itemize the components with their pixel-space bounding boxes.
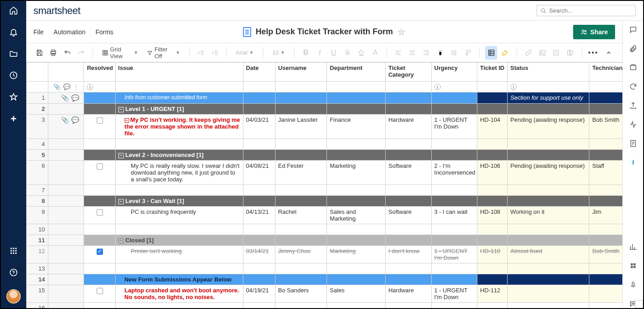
collapse-toolbar-icon[interactable] [603, 46, 615, 60]
table-row[interactable]: 15 Laptop crashed and won't boot anymore… [27, 285, 623, 303]
table-row[interactable]: 7 [27, 185, 623, 196]
indent-icon[interactable] [209, 46, 221, 60]
collapse-icon[interactable]: − [118, 107, 124, 112]
share-button[interactable]: Share [573, 25, 615, 39]
search-box[interactable] [537, 5, 636, 16]
collapse-icon[interactable]: − [118, 199, 124, 204]
align-left-icon[interactable] [392, 46, 405, 60]
favorite-star-icon[interactable]: ☆ [397, 27, 406, 37]
table-row[interactable]: 13 [27, 263, 623, 274]
redo-icon[interactable] [75, 46, 87, 60]
chart-panel-icon[interactable] [629, 242, 638, 251]
col-ticketid[interactable]: Ticket ID [477, 63, 508, 82]
resolved-checkbox[interactable] [97, 288, 103, 294]
comment-icon[interactable]: 💬 [71, 94, 79, 101]
filter-button[interactable]: Filter Off▼ [144, 46, 184, 60]
col-department[interactable]: Department [327, 63, 386, 82]
sheet-grid[interactable]: Resolved Issue Date Username Department … [26, 62, 622, 308]
format-icon[interactable] [462, 46, 474, 60]
table-row[interactable]: 6 My PC is really really slow. I swear I… [27, 161, 623, 185]
add-icon[interactable] [9, 114, 19, 124]
activity-log-icon[interactable] [629, 120, 638, 129]
col-status[interactable]: Status [508, 63, 589, 82]
brandfolder-icon[interactable] [629, 158, 638, 167]
col-category[interactable]: Ticket Category [385, 63, 431, 82]
help-icon[interactable] [9, 267, 19, 277]
collapse-icon[interactable]: − [125, 118, 129, 123]
valign-top-icon[interactable] [434, 46, 446, 60]
summary-icon[interactable] [629, 139, 638, 148]
dropdown-col-icon[interactable] [550, 46, 562, 60]
outdent-icon[interactable] [195, 46, 207, 60]
folder-icon[interactable] [9, 49, 19, 59]
collapse-icon[interactable]: − [118, 238, 124, 244]
workapps-icon[interactable] [629, 261, 638, 270]
symbols-icon[interactable] [564, 46, 576, 60]
menu-forms[interactable]: Forms [95, 28, 113, 36]
highlight-icon[interactable] [499, 46, 511, 60]
table-row[interactable]: 16 [27, 303, 623, 309]
resolved-checkbox[interactable] [97, 117, 103, 124]
group-level2[interactable]: 5 −Level 2 - Inconvenienced [1] [27, 150, 623, 161]
strike-icon[interactable]: S [341, 46, 354, 60]
table-row[interactable]: 9 PC is crashing frequently 04/13/21Rach… [27, 207, 623, 224]
info-icon[interactable]: i [510, 84, 517, 90]
menu-automation[interactable]: Automation [54, 28, 86, 36]
save-icon[interactable] [33, 46, 46, 60]
col-issue[interactable]: Issue [115, 63, 243, 82]
more-icon[interactable]: ••• [587, 46, 599, 60]
section-header-info[interactable]: 1 📎💬 Info from customer-submitted form S… [27, 92, 623, 104]
home-icon[interactable] [9, 5, 19, 15]
resolved-checkbox[interactable] [97, 209, 103, 216]
info-icon[interactable]: i [434, 84, 441, 90]
undo-icon[interactable] [61, 46, 73, 60]
section-new-submissions[interactable]: 14 New Form Submissions Appear Below [27, 274, 623, 285]
image-icon[interactable] [536, 46, 548, 60]
apps-icon[interactable] [9, 246, 19, 256]
view-selector[interactable]: Grid View▼ [98, 46, 142, 60]
attachment-icon[interactable]: 📎 [61, 116, 69, 124]
fullscreen-icon[interactable] [635, 300, 643, 308]
underline-icon[interactable]: U [327, 46, 340, 60]
table-row[interactable]: 4 [27, 139, 623, 150]
notifications-icon[interactable] [9, 27, 19, 37]
col-technician[interactable]: Technician [589, 63, 622, 82]
menu-file[interactable]: File [33, 28, 44, 36]
group-level3[interactable]: 8 −Level 3 - Can Wait [1] [27, 196, 623, 207]
wrap-icon[interactable] [448, 46, 460, 60]
link-icon[interactable] [523, 46, 535, 60]
group-closed[interactable]: 11 −Closed [1] [27, 235, 623, 246]
favorites-icon[interactable] [9, 92, 19, 102]
collapse-icon[interactable]: − [118, 153, 124, 158]
info-icon[interactable]: i [87, 84, 93, 90]
align-right-icon[interactable] [420, 46, 433, 60]
col-username[interactable]: Username [275, 63, 327, 82]
resolved-checkbox[interactable] [97, 163, 103, 170]
attachment-icon[interactable]: 📎 [61, 94, 69, 101]
font-selector[interactable]: Arial▼ [232, 46, 257, 60]
recents-icon[interactable] [9, 70, 19, 80]
italic-icon[interactable]: I [314, 46, 326, 60]
group-level1[interactable]: 2 −Level 1 - URGENT [1] [27, 104, 623, 115]
publish-icon[interactable] [629, 101, 638, 110]
resolved-checkbox[interactable] [97, 249, 103, 255]
col-urgency[interactable]: Urgency [431, 63, 477, 82]
col-date[interactable]: Date [243, 63, 275, 82]
proof-panel-icon[interactable] [629, 63, 638, 72]
table-row[interactable]: 10 [27, 224, 623, 235]
text-color-icon[interactable]: A [369, 46, 381, 60]
update-requests-icon[interactable] [629, 82, 638, 91]
align-center-icon[interactable] [406, 46, 419, 60]
comment-icon[interactable]: 💬 [71, 116, 79, 124]
comments-panel-icon[interactable] [629, 25, 638, 34]
table-row[interactable]: 12 Printer isn't working 03/14/21Jimmy C… [27, 246, 623, 263]
col-resolved[interactable]: Resolved [84, 63, 115, 82]
conditional-format-icon[interactable] [485, 46, 497, 60]
print-icon[interactable] [47, 46, 60, 60]
attachments-panel-icon[interactable] [629, 44, 638, 53]
search-input[interactable] [549, 7, 632, 14]
table-row[interactable]: 3 📎💬 −My PC isn't working. It keeps givi… [27, 115, 623, 139]
fill-color-icon[interactable] [355, 46, 368, 60]
user-avatar[interactable] [6, 289, 21, 304]
pin-icon[interactable] [629, 280, 638, 289]
